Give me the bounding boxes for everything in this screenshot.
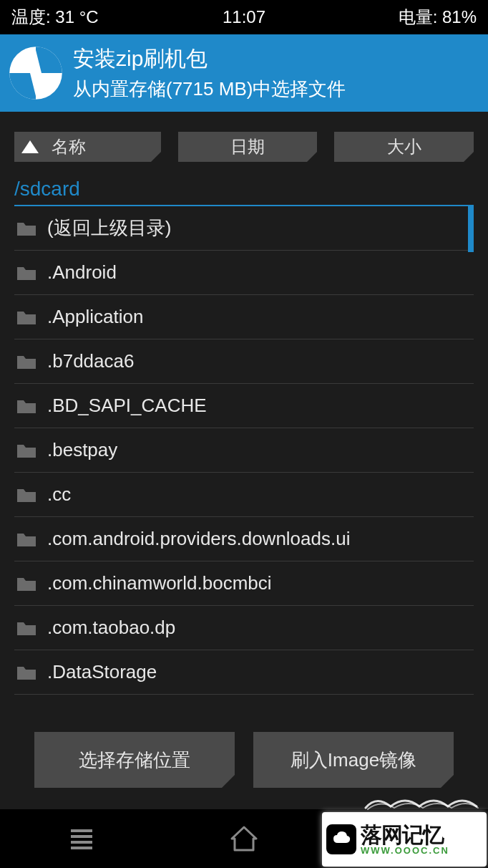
nav-menu-button[interactable]	[0, 809, 162, 868]
folder-icon	[16, 397, 37, 415]
list-item[interactable]: .bestpay	[14, 428, 474, 473]
file-label: .cc	[47, 483, 71, 506]
select-storage-button[interactable]: 选择存储位置	[34, 732, 235, 788]
list-item[interactable]: .BD_SAPI_CACHE	[14, 384, 474, 428]
folder-icon	[16, 220, 37, 237]
watermark-scribble-icon	[362, 794, 484, 812]
folder-icon	[16, 664, 37, 681]
file-label: .bestpay	[47, 439, 117, 461]
sort-by-date-button[interactable]: 日期	[178, 132, 318, 162]
list-item[interactable]: .Application	[14, 295, 474, 339]
sort-name-label: 名称	[52, 135, 86, 158]
file-label: .DataStorage	[47, 661, 157, 683]
svg-rect-1	[71, 829, 92, 832]
list-item[interactable]: .com.chinamworld.bocmbci	[14, 561, 474, 606]
file-list[interactable]: (返回上级目录).Android.Application.b7ddaca6.BD…	[14, 206, 474, 712]
list-item[interactable]: (返回上级目录)	[14, 206, 474, 251]
header-title: 安装zip刷机包	[73, 44, 346, 74]
watermark-title: 落网记忆	[361, 824, 449, 846]
watermark-logo-icon	[326, 824, 356, 854]
svg-rect-3	[71, 841, 92, 844]
folder-icon	[16, 309, 37, 326]
file-label: .BD_SAPI_CACHE	[47, 395, 207, 417]
file-label: (返回上级目录)	[47, 216, 171, 241]
list-item[interactable]: .com.taobao.dp	[14, 606, 474, 650]
flash-image-button[interactable]: 刷入Image镜像	[253, 732, 454, 788]
folder-icon	[16, 486, 37, 503]
folder-icon	[16, 264, 37, 281]
folder-icon	[16, 531, 37, 548]
svg-rect-4	[71, 847, 92, 849]
file-label: .b7ddaca6	[47, 350, 134, 372]
status-temp: 温度: 31 °C	[11, 6, 99, 29]
sort-date-label: 日期	[230, 135, 265, 158]
watermark-badge: 落网记忆 WWW.OOOC.CN	[322, 812, 487, 867]
list-item[interactable]: .com.android.providers.downloads.ui	[14, 517, 474, 561]
scrollbar-thumb[interactable]	[468, 206, 474, 252]
status-bar: 温度: 31 °C 11:07 电量: 81%	[0, 0, 488, 34]
header-subtitle: 从内置存储(7715 MB)中选择文件	[73, 77, 346, 102]
select-storage-label: 选择存储位置	[79, 748, 190, 773]
home-icon	[230, 826, 258, 852]
file-label: .com.android.providers.downloads.ui	[47, 528, 350, 550]
list-item[interactable]: .cc	[14, 473, 474, 517]
list-item[interactable]: .b7ddaca6	[14, 339, 474, 384]
sort-size-label: 大小	[387, 135, 421, 158]
file-label: .Android	[47, 261, 117, 284]
sort-ascending-icon	[21, 140, 39, 153]
list-item[interactable]: .DataStorage	[14, 650, 474, 695]
watermark-url: WWW.OOOC.CN	[361, 846, 449, 855]
current-path: /sdcard	[0, 169, 488, 205]
status-time: 11:07	[223, 7, 265, 27]
nav-home-button[interactable]	[162, 809, 325, 868]
sort-by-size-button[interactable]: 大小	[334, 132, 474, 162]
folder-icon	[16, 353, 37, 370]
sort-row: 名称 日期 大小	[0, 112, 488, 169]
svg-rect-2	[71, 835, 92, 838]
file-label: .Application	[47, 306, 143, 328]
menu-icon	[69, 828, 94, 849]
folder-icon	[16, 442, 37, 459]
list-item[interactable]: .Android	[14, 251, 474, 295]
twrp-logo-icon	[7, 44, 64, 102]
status-battery: 电量: 81%	[399, 6, 477, 29]
folder-icon	[16, 619, 37, 637]
sort-by-name-button[interactable]: 名称	[14, 132, 161, 162]
flash-image-label: 刷入Image镜像	[291, 748, 416, 773]
app-header: 安装zip刷机包 从内置存储(7715 MB)中选择文件	[0, 34, 488, 112]
file-label: .com.taobao.dp	[47, 617, 175, 639]
folder-icon	[16, 575, 37, 592]
file-label: .com.chinamworld.bocmbci	[47, 572, 272, 594]
